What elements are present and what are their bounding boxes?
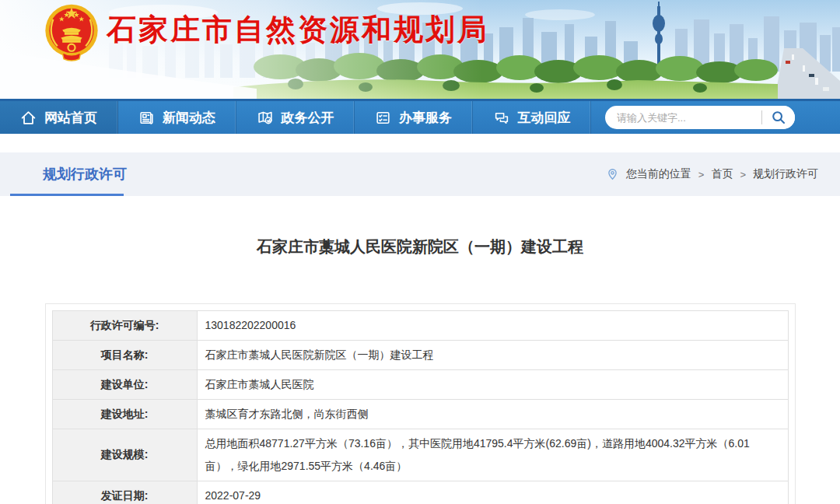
nav-item-label: 新闻动态 bbox=[163, 109, 215, 127]
permit-detail-table: 行政许可编号: 130182202200016 项目名称: 石家庄市藁城人民医院… bbox=[45, 303, 796, 504]
table-row: 建设单位: 石家庄市藁城人民医院 bbox=[52, 370, 788, 400]
site-banner: 石家庄市自然资源和规划局 bbox=[0, 0, 840, 99]
search-input[interactable] bbox=[605, 112, 761, 124]
breadcrumb-separator: > bbox=[698, 169, 705, 180]
field-value: 石家庄市藁城人民医院新院区（一期）建设工程 bbox=[197, 341, 788, 370]
nav-item-home[interactable]: 网站首页 bbox=[0, 101, 118, 134]
nav-item-label: 网站首页 bbox=[44, 109, 97, 127]
page-title: 石家庄市藁城人民医院新院区（一期）建设工程 bbox=[0, 196, 840, 257]
site-title: 石家庄市自然资源和规划局 bbox=[107, 10, 489, 50]
table-row: 建设规模: 总用地面积48771.27平方米（73.16亩），其中医院用地417… bbox=[52, 429, 788, 481]
national-emblem-icon bbox=[43, 2, 100, 65]
search-icon bbox=[771, 110, 786, 125]
breadcrumb-separator: > bbox=[740, 169, 746, 180]
main-navigation: 网站首页 新闻动态 政务公开 办事服务 互动回应 bbox=[0, 99, 840, 134]
home-icon bbox=[20, 110, 37, 126]
nav-item-label: 办事服务 bbox=[399, 109, 452, 127]
nav-item-interaction[interactable]: 互动回应 bbox=[473, 101, 591, 134]
table-row: 建设地址: 藁城区育才东路北侧，尚东街西侧 bbox=[52, 400, 788, 429]
breadcrumb: 您当前的位置 > 首页 > 规划行政许可 bbox=[606, 167, 818, 181]
nav-item-gov-info[interactable]: 政务公开 bbox=[236, 101, 355, 134]
field-label: 发证日期: bbox=[52, 481, 197, 504]
field-label: 建设地址: bbox=[52, 400, 197, 429]
field-label: 行政许可编号: bbox=[52, 311, 197, 341]
breadcrumb-prefix: 您当前的位置 bbox=[626, 167, 691, 181]
nav-item-news[interactable]: 新闻动态 bbox=[118, 101, 236, 134]
field-value: 石家庄市藁城人民医院 bbox=[197, 370, 788, 400]
field-value: 2022-07-29 bbox=[197, 481, 788, 504]
field-value: 130182202200016 bbox=[197, 311, 788, 341]
search-box bbox=[605, 106, 795, 129]
nav-item-label: 政务公开 bbox=[282, 109, 334, 127]
field-label: 建设单位: bbox=[52, 370, 197, 400]
search-button[interactable] bbox=[762, 106, 795, 129]
main-content: 石家庄市藁城人民医院新院区（一期）建设工程 行政许可编号: 1301822022… bbox=[0, 196, 840, 504]
location-pin-icon bbox=[606, 167, 619, 181]
nav-item-label: 互动回应 bbox=[518, 109, 571, 127]
tab-planning-permit[interactable]: 规划行政许可 bbox=[43, 165, 127, 184]
table-row: 项目名称: 石家庄市藁城人民医院新院区（一期）建设工程 bbox=[52, 341, 788, 370]
field-value: 总用地面积48771.27平方米（73.16亩），其中医院用地41795.4平方… bbox=[197, 429, 788, 481]
map-icon bbox=[257, 110, 274, 126]
tab-underline bbox=[10, 194, 124, 196]
news-icon bbox=[138, 110, 155, 126]
table-row: 发证日期: 2022-07-29 bbox=[52, 481, 788, 504]
field-value: 藁城区育才东路北侧，尚东街西侧 bbox=[197, 400, 788, 429]
field-label: 建设规模: bbox=[52, 429, 197, 481]
checklist-icon bbox=[375, 110, 391, 126]
field-label: 项目名称: bbox=[52, 341, 197, 370]
chat-icon bbox=[493, 110, 510, 126]
breadcrumb-current[interactable]: 规划行政许可 bbox=[753, 167, 818, 181]
breadcrumb-home[interactable]: 首页 bbox=[711, 167, 733, 181]
section-bar: 规划行政许可 您当前的位置 > 首页 > 规划行政许可 bbox=[0, 152, 840, 196]
table-row: 行政许可编号: 130182202200016 bbox=[52, 311, 788, 341]
spacer bbox=[0, 134, 840, 152]
nav-item-services[interactable]: 办事服务 bbox=[355, 101, 473, 134]
